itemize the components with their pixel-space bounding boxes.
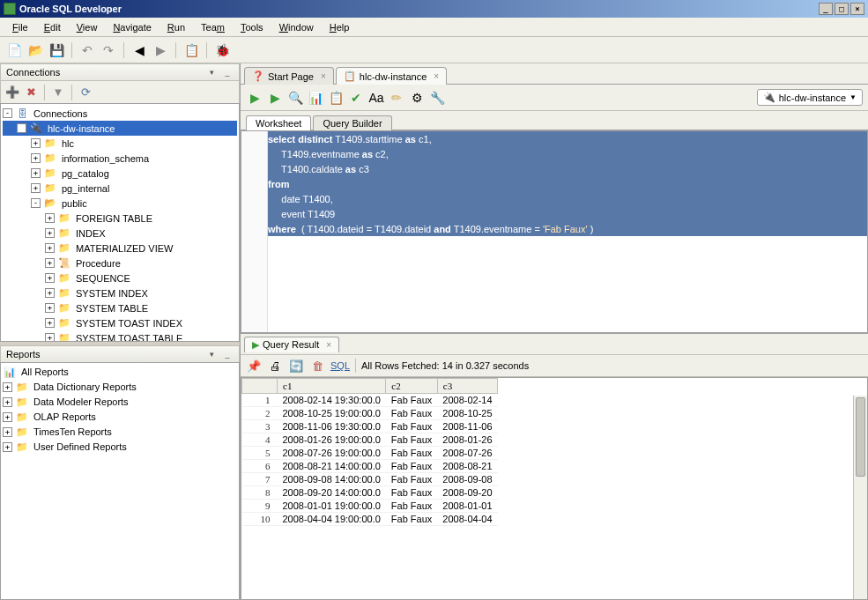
table-row[interactable]: 102008-04-04 19:00:00.0Fab Faux2008-04-0… (242, 513, 498, 526)
table-row[interactable]: 72008-09-08 14:00:00.0Fab Faux2008-09-08 (242, 473, 498, 486)
forward-icon[interactable]: ▶ (152, 41, 169, 59)
connections-tree[interactable]: -🗄Connections -🔌hlc-dw-instance +📁hlc +📁… (0, 103, 240, 342)
back-icon[interactable]: ◀ (130, 41, 148, 59)
reports-datamodeler[interactable]: +📁Data Modeler Reports (3, 395, 237, 410)
sql-editor[interactable]: select distinct T1409.starttime as c1, T… (241, 130, 868, 333)
tree-schema-hlc[interactable]: +📁hlc (3, 136, 237, 151)
menu-navigate[interactable]: Navigate (106, 20, 158, 34)
menu-team[interactable]: Team (194, 20, 232, 34)
table-row[interactable]: 82008-09-20 14:00:00.0Fab Faux2008-09-20 (242, 486, 498, 500)
save-icon[interactable]: 💾 (48, 41, 65, 59)
tree-schema-information[interactable]: +📁information_schema (3, 151, 237, 166)
new-icon[interactable]: 📄 (5, 41, 23, 59)
delete-connection-icon[interactable]: ✖ (23, 85, 39, 100)
tree-sequence[interactable]: +📁SEQUENCE (3, 270, 237, 285)
table-row[interactable]: 92008-01-01 19:00:00.0Fab Faux2008-01-01 (242, 500, 498, 513)
column-c3[interactable]: c3 (437, 379, 497, 394)
redo-icon[interactable]: ↷ (100, 41, 117, 59)
folder-icon: 📁 (57, 302, 71, 314)
table-row[interactable]: 32008-11-06 19:30:00.0Fab Faux2008-11-06 (242, 420, 498, 433)
minimize-button[interactable]: _ (819, 3, 833, 15)
tree-index[interactable]: +📁INDEX (3, 226, 237, 241)
result-scrollbar[interactable] (853, 396, 867, 599)
tree-connections-root[interactable]: -🗄Connections (3, 106, 237, 121)
tab-query-result[interactable]: ▶Query Result× (244, 337, 339, 352)
table-row[interactable]: 52008-07-26 19:00:00.0Fab Faux2008-07-26 (242, 447, 498, 460)
case-icon[interactable]: Aa (367, 89, 385, 107)
clear-icon[interactable]: ✏ (388, 89, 405, 107)
filter-icon[interactable]: ▼ (50, 85, 66, 100)
reports-tree[interactable]: 📊All Reports +📁Data Dictionary Reports +… (0, 362, 240, 601)
explain-icon[interactable]: 🔍 (286, 89, 304, 107)
panel-menu-icon[interactable]: ▾ (205, 349, 218, 359)
menu-help[interactable]: Help (323, 20, 357, 34)
table-row[interactable]: 22008-10-25 19:00:00.0Fab Faux2008-10-25 (242, 407, 498, 420)
reports-olap[interactable]: +📁OLAP Reports (3, 410, 237, 425)
menu-file[interactable]: File (5, 20, 35, 34)
reports-datadict[interactable]: +📁Data Dictionary Reports (3, 380, 237, 395)
tab-worksheet[interactable]: Worksheet (246, 115, 311, 130)
unshared-icon[interactable]: 🔧 (428, 89, 446, 107)
tree-foreign-table[interactable]: +📁FOREIGN TABLE (3, 211, 237, 226)
tab-instance[interactable]: 📋hlc-dw-instance× (336, 67, 447, 85)
window-titlebar: Oracle SQL Developer _ □ × (0, 0, 868, 18)
table-row[interactable]: 42008-01-26 19:00:00.0Fab Faux2008-01-26 (242, 433, 498, 447)
column-c2[interactable]: c2 (386, 379, 437, 394)
scroll-thumb[interactable] (856, 397, 865, 477)
print-icon[interactable]: 🖨 (267, 358, 283, 374)
close-icon[interactable]: × (434, 71, 439, 81)
run-icon[interactable]: ▶ (246, 89, 263, 107)
panel-minimize-icon[interactable]: _ (221, 67, 234, 78)
column-c1[interactable]: c1 (278, 379, 386, 394)
tree-schema-pginternal[interactable]: +📁pg_internal (3, 181, 237, 196)
close-button[interactable]: × (850, 3, 864, 15)
new-connection-icon[interactable]: ➕ (4, 85, 20, 100)
panel-menu-icon[interactable]: ▾ (205, 67, 218, 78)
sql-history-icon[interactable]: 📋 (327, 89, 345, 107)
tree-systable[interactable]: +📁SYSTEM TABLE (3, 300, 237, 315)
reports-all[interactable]: 📊All Reports (3, 365, 237, 380)
maximize-button[interactable]: □ (835, 3, 849, 15)
panel-minimize-icon[interactable]: _ (221, 349, 234, 359)
refresh-result-icon[interactable]: 🔄 (288, 358, 304, 374)
tree-sysindex[interactable]: +📁SYSTEM INDEX (3, 285, 237, 300)
result-toolbar: 📌 🖨 🔄 🗑 SQL All Rows Fetched: 14 in 0.32… (241, 354, 868, 377)
tree-schema-pgcatalog[interactable]: +📁pg_catalog (3, 166, 237, 181)
column-rownum[interactable] (242, 379, 278, 394)
connection-selector[interactable]: 🔌 hlc-dw-instance ▼ (757, 89, 863, 106)
menu-window[interactable]: Window (272, 20, 321, 34)
close-icon[interactable]: × (326, 340, 331, 350)
tree-systoastindex[interactable]: +📁SYSTEM TOAST INDEX (3, 315, 237, 330)
tree-instance[interactable]: -🔌hlc-dw-instance (3, 121, 237, 136)
delete-row-icon[interactable]: 🗑 (309, 358, 325, 374)
format-icon[interactable]: ⚙ (408, 89, 426, 107)
run-script-icon[interactable]: ▶ (266, 89, 284, 107)
folder-icon: 📁 (43, 167, 57, 179)
sql-icon[interactable]: 📋 (182, 41, 200, 59)
menu-run[interactable]: Run (160, 20, 192, 34)
editor-gutter (241, 131, 268, 332)
menu-tools[interactable]: Tools (234, 20, 271, 34)
autotrace-icon[interactable]: 📊 (307, 89, 324, 107)
pin-icon[interactable]: 📌 (246, 358, 262, 374)
table-row[interactable]: 62008-08-21 14:00:00.0Fab Faux2008-08-21 (242, 460, 498, 473)
undo-icon[interactable]: ↶ (78, 41, 96, 59)
tab-query-builder[interactable]: Query Builder (313, 115, 391, 130)
tab-start-page[interactable]: ❓Start Page× (244, 67, 334, 85)
tree-systoasttable[interactable]: +📁SYSTEM TOAST TABLE (3, 330, 237, 342)
tree-procedure[interactable]: +📜Procedure (3, 256, 237, 270)
commit-icon[interactable]: ✔ (347, 89, 365, 107)
menu-edit[interactable]: Edit (37, 20, 68, 34)
table-row[interactable]: 12008-02-14 19:30:00.0Fab Faux2008-02-14 (242, 394, 498, 407)
sql-link[interactable]: SQL (330, 360, 350, 371)
open-icon[interactable]: 📂 (26, 41, 44, 59)
tree-schema-public[interactable]: -📂public (3, 196, 237, 211)
reports-timesten[interactable]: +📁TimesTen Reports (3, 425, 237, 440)
menu-view[interactable]: View (70, 20, 105, 34)
close-icon[interactable]: × (321, 71, 326, 81)
reports-userdefined[interactable]: +📁User Defined Reports (3, 440, 237, 455)
bug-icon[interactable]: 🐞 (213, 41, 231, 59)
tree-matview[interactable]: +📁MATERIALIZED VIEW (3, 241, 237, 256)
result-grid[interactable]: c1 c2 c3 12008-02-14 19:30:00.0Fab Faux2… (241, 377, 868, 600)
refresh-icon[interactable]: ⟳ (78, 85, 93, 100)
